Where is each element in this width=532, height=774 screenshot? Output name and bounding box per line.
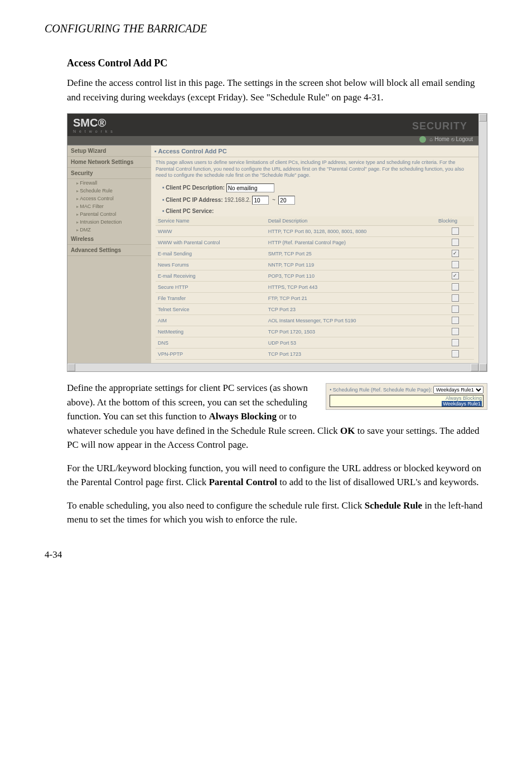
logo: SMC® — [73, 117, 114, 129]
blocking-checkbox[interactable] — [452, 317, 459, 324]
blocking-cell — [436, 304, 474, 315]
service-desc-cell: TCP Port 1723 — [266, 349, 436, 360]
blocking-cell — [436, 315, 474, 326]
table-row: WWW with Parental ControlHTTP (Ref. Pare… — [156, 237, 474, 248]
service-name-cell: File Transfer — [156, 293, 266, 304]
blocking-cell — [436, 282, 474, 293]
topbar: SMC® N e t w o r k s SECURITY — [67, 114, 478, 136]
sidebar-item-parental-control[interactable]: Parental Control — [67, 210, 151, 218]
home-logout-links[interactable]: ⌂ Home ⎋ Logout — [429, 136, 473, 142]
client-pc-description-input[interactable] — [226, 183, 274, 192]
blocking-cell — [436, 326, 474, 337]
blocking-checkbox[interactable] — [452, 272, 459, 279]
table-row: DNSUDP Port 53 — [156, 337, 474, 349]
ip-prefix: 192.168.2. — [224, 197, 250, 203]
blocking-cell — [436, 349, 474, 360]
blocking-checkbox[interactable] — [452, 228, 459, 235]
sidebar: Setup WizardHome Network SettingsSecurit… — [67, 146, 151, 363]
blocking-cell — [436, 270, 474, 282]
sidebar-item-dmz[interactable]: DMZ — [67, 226, 151, 234]
service-desc-cell: HTTP (Ref. Parental Control Page) — [266, 237, 436, 248]
service-desc-cell: SMTP, TCP Port 25 — [266, 248, 436, 259]
service-desc-cell: UDP Port 53 — [266, 337, 436, 349]
table-row: E-mail ReceivingPOP3, TCP Port 110 — [156, 270, 474, 282]
main-panel: Access Control Add PC This page allows u… — [151, 146, 478, 363]
blocking-checkbox[interactable] — [452, 350, 459, 357]
service-name-cell: E-mail Sending — [156, 248, 266, 259]
sidebar-item-intrusion-detection[interactable]: Intrusion Detection — [67, 218, 151, 226]
client-pc-description-row: • Client PC Description: — [151, 181, 478, 194]
scroll-left-arrow-icon[interactable] — [67, 364, 75, 371]
table-header-cell: Detail Description — [266, 216, 436, 226]
page-number: 4-34 — [45, 549, 487, 560]
service-name-cell: WWW with Parental Control — [156, 237, 266, 248]
panel-intro-text: This page allows users to define service… — [151, 157, 478, 181]
service-desc-cell: HTTP, TCP Port 80, 3128, 8000, 8001, 808… — [266, 226, 436, 237]
service-name-cell: AIM — [156, 315, 266, 326]
blocking-checkbox[interactable] — [452, 250, 459, 257]
client-pc-service-row: • Client PC Service: — [151, 206, 478, 215]
table-row: NetMeetingTCP Port 1720, 1503 — [156, 326, 474, 337]
service-name-cell: NetMeeting — [156, 326, 266, 337]
blocking-checkbox[interactable] — [452, 294, 459, 302]
service-desc-cell: HTTPS, TCP Port 443 — [266, 282, 436, 293]
paragraph-4: To enable scheduling, you also need to c… — [67, 499, 487, 527]
service-name-cell: DNS — [156, 337, 266, 349]
ip-to-input[interactable] — [278, 196, 295, 205]
section-title: Access Control Add PC — [67, 57, 487, 69]
blocking-checkbox[interactable] — [452, 261, 459, 268]
table-row: News ForumsNNTP, TCP Port 119 — [156, 259, 474, 270]
sidebar-item-advanced-settings[interactable]: Advanced Settings — [67, 245, 151, 256]
sidebar-item-setup-wizard[interactable]: Setup Wizard — [67, 146, 151, 157]
paragraph-3: For the URL/keyword blocking function, y… — [67, 461, 487, 490]
table-row: File TransferFTP, TCP Port 21 — [156, 293, 474, 304]
vertical-scrollbar[interactable] — [478, 114, 487, 371]
blocking-cell — [436, 226, 474, 237]
service-name-cell: E-mail Receiving — [156, 270, 266, 282]
table-row: Secure HTTPHTTPS, TCP Port 443 — [156, 282, 474, 293]
blocking-checkbox[interactable] — [452, 339, 459, 346]
service-desc-cell: NNTP, TCP Port 119 — [266, 259, 436, 270]
tooltip-line2: Weekdays Rule1 — [442, 401, 482, 407]
blocking-cell — [436, 337, 474, 349]
sidebar-item-wireless[interactable]: Wireless — [67, 234, 151, 245]
sidebar-item-mac-filter[interactable]: MAC Filter — [67, 202, 151, 210]
service-name-cell: Secure HTTP — [156, 282, 266, 293]
desc-label: Client PC Description: — [166, 185, 225, 191]
table-header-cell: Service Name — [156, 216, 266, 226]
sidebar-item-schedule-rule[interactable]: Schedule Rule — [67, 187, 151, 195]
horizontal-scrollbar[interactable] — [67, 363, 478, 371]
scroll-down-arrow-icon[interactable] — [479, 364, 487, 371]
scheduling-rule-screenshot: • Scheduling Rule (Ref. Schedule Rule Pa… — [326, 383, 487, 410]
scheduling-rule-dropdown[interactable]: Weekdays Rule1 — [433, 386, 483, 394]
scroll-right-arrow-icon[interactable] — [471, 364, 478, 371]
sidebar-item-access-control[interactable]: Access Control — [67, 195, 151, 202]
sidebar-item-home-network-settings[interactable]: Home Network Settings — [67, 157, 151, 168]
table-row: AIMAOL Instant Messenger, TCP Port 5190 — [156, 315, 474, 326]
table-row: VPN-PPTPTCP Port 1723 — [156, 349, 474, 360]
service-desc-cell: POP3, TCP Port 110 — [266, 270, 436, 282]
service-desc-cell: TCP Port 1720, 1503 — [266, 326, 436, 337]
service-desc-cell: TCP Port 23 — [266, 304, 436, 315]
panel-title: Access Control Add PC — [151, 146, 478, 157]
logo-subtitle: N e t w o r k s — [73, 129, 114, 133]
dropdown-tooltip: Always Blocking Weekdays Rule1 — [330, 395, 483, 407]
blocking-cell — [436, 293, 474, 304]
service-name-cell: News Forums — [156, 259, 266, 270]
sidebar-item-firewall[interactable]: Firewall — [67, 179, 151, 187]
running-header: CONFIGURING THE BARRICADE — [45, 22, 487, 35]
scroll-up-arrow-icon[interactable] — [479, 114, 487, 122]
blocking-checkbox[interactable] — [452, 283, 459, 291]
blocking-checkbox[interactable] — [452, 328, 459, 335]
security-label: SECURITY — [412, 118, 473, 132]
ip-from-input[interactable] — [252, 196, 269, 205]
blocking-checkbox[interactable] — [452, 239, 459, 246]
service-label: Client PC Service: — [166, 208, 214, 214]
table-header-cell: Blocking — [436, 216, 474, 226]
service-name-cell: Telnet Service — [156, 304, 266, 315]
service-table: Service NameDetail DescriptionBlocking W… — [156, 216, 474, 360]
service-desc-cell: FTP, TCP Port 21 — [266, 293, 436, 304]
sidebar-item-security[interactable]: Security — [67, 168, 151, 179]
client-pc-ip-row: • Client PC IP Address: 192.168.2. ~ — [151, 194, 478, 206]
blocking-checkbox[interactable] — [452, 306, 459, 313]
